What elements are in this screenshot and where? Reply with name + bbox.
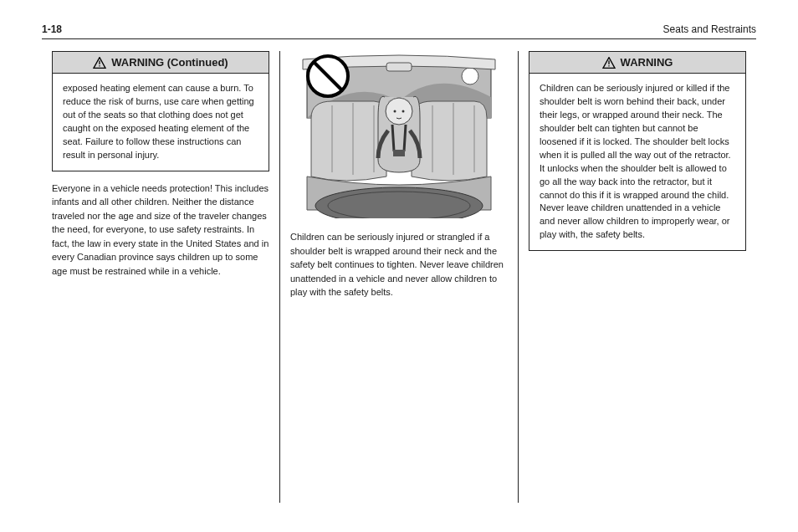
warning-triangle-icon: [93, 57, 106, 69]
svg-rect-0: [100, 60, 100, 64]
svg-rect-1: [100, 65, 100, 66]
warning-body-text: Children can be seriously injured or kil…: [529, 74, 745, 250]
warning-triangle-icon: [602, 57, 616, 69]
column-1-body-text: Everyone in a vehicle needs protection! …: [52, 182, 269, 279]
warning-body-text: exposed heating element can cause a burn…: [53, 74, 269, 171]
svg-point-11: [394, 110, 396, 113]
child-in-car-illustration: [294, 51, 504, 218]
svg-rect-22: [608, 65, 609, 66]
svg-line-14: [404, 125, 406, 151]
three-column-layout: WARNING (Continued) exposed heating elem…: [42, 51, 756, 503]
column-2: Children can be seriously injured or str…: [279, 51, 518, 503]
warning-header: WARNING: [529, 52, 745, 74]
column-3: WARNING Children can be seriously injure…: [518, 51, 756, 503]
svg-point-12: [402, 110, 405, 113]
svg-rect-21: [608, 60, 609, 64]
svg-point-10: [386, 98, 412, 125]
page-number: 1-18: [42, 23, 62, 35]
warning-label: WARNING (Continued): [111, 56, 228, 69]
column-2-body-text: Children can be seriously injured or str…: [290, 230, 508, 299]
svg-line-13: [392, 125, 394, 151]
no-symbol-icon: [308, 56, 348, 96]
section-title: Seats and Restraints: [663, 23, 756, 35]
warning-box: WARNING Children can be seriously injure…: [529, 51, 746, 251]
warning-label: WARNING: [621, 56, 673, 69]
warning-box-continued: WARNING (Continued) exposed heating elem…: [52, 51, 269, 171]
svg-rect-16: [386, 63, 412, 71]
page-header: 1-18 Seats and Restraints: [42, 23, 756, 39]
svg-point-3: [462, 68, 478, 84]
svg-rect-15: [393, 150, 405, 156]
car-interior-svg: [294, 51, 504, 218]
warning-header: WARNING (Continued): [53, 52, 269, 74]
column-1: WARNING (Continued) exposed heating elem…: [42, 51, 279, 503]
